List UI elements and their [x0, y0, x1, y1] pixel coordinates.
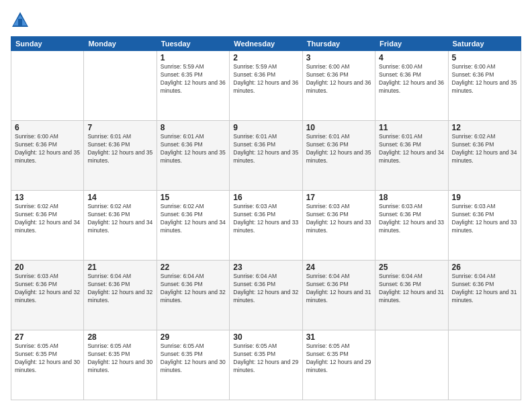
day-number: 7: [87, 123, 152, 132]
day-info: Sunrise: 6:00 AM Sunset: 6:36 PM Dayligh…: [306, 63, 371, 95]
calendar-cell: [84, 51, 157, 121]
day-info: Sunrise: 6:05 AM Sunset: 6:35 PM Dayligh…: [233, 342, 298, 375]
calendar-cell: 3Sunrise: 6:00 AM Sunset: 6:36 PM Daylig…: [302, 51, 375, 121]
day-info: Sunrise: 6:05 AM Sunset: 6:35 PM Dayligh…: [87, 342, 152, 375]
weekday-header-saturday: Saturday: [448, 37, 521, 51]
weekday-header-monday: Monday: [84, 37, 157, 51]
calendar-cell: 25Sunrise: 6:04 AM Sunset: 6:36 PM Dayli…: [375, 261, 448, 330]
day-info: Sunrise: 6:01 AM Sunset: 6:36 PM Dayligh…: [379, 133, 444, 165]
weekday-header-tuesday: Tuesday: [157, 37, 229, 51]
day-info: Sunrise: 6:02 AM Sunset: 6:36 PM Dayligh…: [452, 133, 517, 165]
day-info: Sunrise: 6:01 AM Sunset: 6:36 PM Dayligh…: [233, 133, 298, 165]
day-info: Sunrise: 6:04 AM Sunset: 6:36 PM Dayligh…: [452, 273, 517, 305]
calendar-cell: 22Sunrise: 6:04 AM Sunset: 6:36 PM Dayli…: [157, 261, 229, 330]
day-number: 31: [306, 332, 371, 342]
day-number: 30: [233, 332, 298, 342]
day-number: 5: [452, 53, 517, 62]
day-number: 28: [87, 332, 152, 342]
day-number: 21: [87, 263, 152, 272]
day-number: 2: [233, 53, 298, 62]
calendar-cell: 11Sunrise: 6:01 AM Sunset: 6:36 PM Dayli…: [375, 121, 448, 191]
day-number: 10: [306, 123, 371, 132]
day-info: Sunrise: 5:59 AM Sunset: 6:35 PM Dayligh…: [161, 63, 226, 95]
day-info: Sunrise: 6:01 AM Sunset: 6:36 PM Dayligh…: [161, 133, 226, 165]
day-number: 29: [161, 332, 226, 342]
calendar-cell: [375, 330, 448, 400]
day-info: Sunrise: 6:05 AM Sunset: 6:35 PM Dayligh…: [161, 342, 226, 375]
day-info: Sunrise: 6:01 AM Sunset: 6:36 PM Dayligh…: [306, 133, 371, 165]
day-info: Sunrise: 6:04 AM Sunset: 6:36 PM Dayligh…: [87, 273, 152, 305]
day-info: Sunrise: 6:02 AM Sunset: 6:36 PM Dayligh…: [161, 203, 226, 235]
day-number: 6: [15, 123, 80, 132]
calendar-cell: 26Sunrise: 6:04 AM Sunset: 6:36 PM Dayli…: [448, 261, 521, 330]
calendar-cell: 5Sunrise: 6:00 AM Sunset: 6:36 PM Daylig…: [448, 51, 521, 121]
day-number: 4: [379, 53, 444, 62]
day-info: Sunrise: 6:03 AM Sunset: 6:36 PM Dayligh…: [379, 203, 444, 235]
day-info: Sunrise: 6:00 AM Sunset: 6:36 PM Dayligh…: [15, 133, 80, 165]
calendar-cell: 13Sunrise: 6:02 AM Sunset: 6:36 PM Dayli…: [11, 191, 84, 261]
day-number: 26: [452, 263, 517, 272]
day-number: 9: [233, 123, 298, 132]
calendar-cell: 8Sunrise: 6:01 AM Sunset: 6:36 PM Daylig…: [157, 121, 229, 191]
calendar-cell: 4Sunrise: 6:00 AM Sunset: 6:36 PM Daylig…: [375, 51, 448, 121]
day-number: 24: [306, 263, 371, 272]
day-info: Sunrise: 6:02 AM Sunset: 6:36 PM Dayligh…: [15, 203, 80, 235]
day-number: 25: [379, 263, 444, 272]
weekday-header-sunday: Sunday: [11, 37, 84, 51]
calendar-cell: 10Sunrise: 6:01 AM Sunset: 6:36 PM Dayli…: [302, 121, 375, 191]
day-number: 22: [161, 263, 226, 272]
calendar-table: SundayMondayTuesdayWednesdayThursdayFrid…: [11, 36, 521, 400]
day-info: Sunrise: 6:04 AM Sunset: 6:36 PM Dayligh…: [306, 273, 371, 305]
page: SundayMondayTuesdayWednesdayThursdayFrid…: [0, 0, 532, 411]
day-number: 17: [306, 193, 371, 202]
day-number: 27: [15, 332, 80, 342]
calendar-cell: 24Sunrise: 6:04 AM Sunset: 6:36 PM Dayli…: [302, 261, 375, 330]
calendar-cell: 23Sunrise: 6:04 AM Sunset: 6:36 PM Dayli…: [230, 261, 302, 330]
day-number: 13: [15, 193, 80, 202]
day-info: Sunrise: 6:00 AM Sunset: 6:36 PM Dayligh…: [452, 63, 517, 95]
calendar-cell: 14Sunrise: 6:02 AM Sunset: 6:36 PM Dayli…: [84, 191, 157, 261]
calendar-cell: [448, 330, 521, 400]
calendar-cell: 2Sunrise: 5:59 AM Sunset: 6:36 PM Daylig…: [230, 51, 302, 121]
calendar-cell: 27Sunrise: 6:05 AM Sunset: 6:35 PM Dayli…: [11, 330, 84, 400]
calendar-cell: 21Sunrise: 6:04 AM Sunset: 6:36 PM Dayli…: [84, 261, 157, 330]
day-number: 3: [306, 53, 371, 62]
day-info: Sunrise: 6:04 AM Sunset: 6:36 PM Dayligh…: [233, 273, 298, 305]
day-info: Sunrise: 6:02 AM Sunset: 6:36 PM Dayligh…: [87, 203, 152, 235]
svg-rect-2: [18, 19, 22, 26]
day-number: 23: [233, 263, 298, 272]
day-number: 15: [161, 193, 226, 202]
day-number: 14: [87, 193, 152, 202]
day-number: 1: [161, 53, 226, 62]
day-info: Sunrise: 6:01 AM Sunset: 6:36 PM Dayligh…: [87, 133, 152, 165]
day-info: Sunrise: 6:03 AM Sunset: 6:36 PM Dayligh…: [15, 273, 80, 305]
weekday-header-wednesday: Wednesday: [230, 37, 302, 51]
day-info: Sunrise: 6:04 AM Sunset: 6:36 PM Dayligh…: [161, 273, 226, 305]
weekday-header-friday: Friday: [375, 37, 448, 51]
calendar-cell: 9Sunrise: 6:01 AM Sunset: 6:36 PM Daylig…: [230, 121, 302, 191]
day-number: 18: [379, 193, 444, 202]
day-number: 8: [161, 123, 226, 132]
calendar-cell: 17Sunrise: 6:03 AM Sunset: 6:36 PM Dayli…: [302, 191, 375, 261]
calendar-cell: 16Sunrise: 6:03 AM Sunset: 6:36 PM Dayli…: [230, 191, 302, 261]
day-number: 12: [452, 123, 517, 132]
calendar-cell: 1Sunrise: 5:59 AM Sunset: 6:35 PM Daylig…: [157, 51, 229, 121]
calendar-cell: 28Sunrise: 6:05 AM Sunset: 6:35 PM Dayli…: [84, 330, 157, 400]
day-number: 16: [233, 193, 298, 202]
day-number: 19: [452, 193, 517, 202]
day-number: 20: [15, 263, 80, 272]
header: [11, 11, 521, 30]
calendar-cell: 18Sunrise: 6:03 AM Sunset: 6:36 PM Dayli…: [375, 191, 448, 261]
logo: [11, 11, 31, 30]
day-info: Sunrise: 6:04 AM Sunset: 6:36 PM Dayligh…: [379, 273, 444, 305]
calendar-cell: 20Sunrise: 6:03 AM Sunset: 6:36 PM Dayli…: [11, 261, 84, 330]
calendar-cell: 6Sunrise: 6:00 AM Sunset: 6:36 PM Daylig…: [11, 121, 84, 191]
day-info: Sunrise: 6:03 AM Sunset: 6:36 PM Dayligh…: [233, 203, 298, 235]
day-info: Sunrise: 6:00 AM Sunset: 6:36 PM Dayligh…: [379, 63, 444, 95]
calendar-cell: 30Sunrise: 6:05 AM Sunset: 6:35 PM Dayli…: [230, 330, 302, 400]
day-number: 11: [379, 123, 444, 132]
day-info: Sunrise: 6:03 AM Sunset: 6:36 PM Dayligh…: [306, 203, 371, 235]
day-info: Sunrise: 6:03 AM Sunset: 6:36 PM Dayligh…: [452, 203, 517, 235]
calendar-cell: 15Sunrise: 6:02 AM Sunset: 6:36 PM Dayli…: [157, 191, 229, 261]
day-info: Sunrise: 5:59 AM Sunset: 6:36 PM Dayligh…: [233, 63, 298, 95]
